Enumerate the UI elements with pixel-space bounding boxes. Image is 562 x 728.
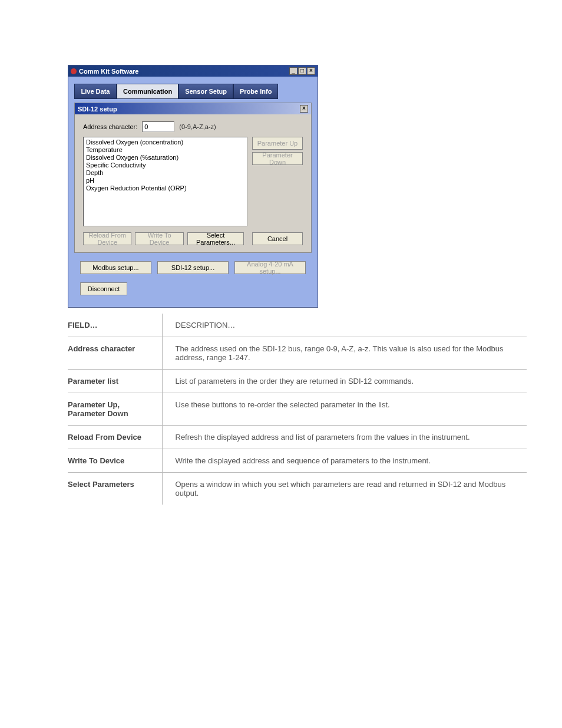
analog-setup-button[interactable]: Analog 4-20 mA setup... bbox=[234, 261, 306, 274]
list-item[interactable]: pH bbox=[86, 177, 244, 185]
address-input[interactable] bbox=[142, 121, 174, 132]
modbus-setup-button[interactable]: Modbus setup... bbox=[80, 261, 151, 274]
panel-header: SDI-12 setup × bbox=[75, 103, 311, 114]
list-item[interactable]: Dissolved Oxygen (%saturation) bbox=[86, 154, 244, 162]
parameter-list[interactable]: Dissolved Oxygen (concentration) Tempera… bbox=[83, 137, 247, 226]
app-icon bbox=[71, 68, 77, 74]
description-table: FIELD… DESCRIPTION… Address character Th… bbox=[68, 314, 527, 505]
close-icon[interactable]: × bbox=[307, 67, 315, 75]
term-cell: Write To Device bbox=[68, 449, 162, 473]
term-cell: Address character bbox=[68, 337, 162, 370]
disconnect-button[interactable]: Disconnect bbox=[80, 282, 127, 295]
term-cell: Parameter Up, Parameter Down bbox=[68, 393, 162, 426]
tab-communication[interactable]: Communication bbox=[117, 84, 178, 99]
tab-strip: Live Data Communication Sensor Setup Pro… bbox=[74, 84, 312, 99]
def-cell: Refresh the displayed address and list o… bbox=[162, 426, 527, 449]
table-row: Select Parameters Opens a window in whic… bbox=[68, 473, 527, 505]
table-row: FIELD… DESCRIPTION… bbox=[68, 314, 527, 337]
list-item[interactable]: Specific Conductivity bbox=[86, 162, 244, 169]
list-item[interactable]: Oxygen Reduction Potential (ORP) bbox=[86, 185, 244, 192]
app-window: Comm Kit Software _ □ × Live Data Commun… bbox=[68, 65, 318, 308]
tab-sensor-setup[interactable]: Sensor Setup bbox=[178, 84, 233, 99]
list-item[interactable]: Temperature bbox=[86, 146, 244, 154]
panel-title: SDI-12 setup bbox=[78, 106, 117, 113]
tab-probe-info[interactable]: Probe Info bbox=[233, 84, 278, 99]
term-cell: Parameter list bbox=[68, 370, 162, 393]
def-cell: Opens a window in which you set which pa… bbox=[162, 473, 527, 505]
address-hint: (0-9,A-Z,a-z) bbox=[179, 123, 216, 130]
panel-close-icon[interactable]: × bbox=[300, 105, 308, 113]
def-cell: Use these buttons to re-order the select… bbox=[162, 393, 527, 426]
parameter-up-button[interactable]: Parameter Up bbox=[252, 137, 303, 150]
sdi12-setup-button[interactable]: SDI-12 setup... bbox=[157, 261, 229, 274]
term-cell: Reload From Device bbox=[68, 426, 162, 449]
address-label: Address character: bbox=[83, 123, 137, 130]
term-cell: Select Parameters bbox=[68, 473, 162, 505]
window-title: Comm Kit Software bbox=[79, 68, 138, 75]
minimize-icon[interactable]: _ bbox=[289, 67, 297, 75]
table-row: Parameter Up, Parameter Down Use these b… bbox=[68, 393, 527, 426]
table-row: Write To Device Write the displayed addr… bbox=[68, 449, 527, 473]
write-button[interactable]: Write To Device bbox=[135, 232, 183, 245]
table-row: Parameter list List of parameters in the… bbox=[68, 370, 527, 393]
titlebar: Comm Kit Software _ □ × bbox=[68, 65, 318, 77]
reload-button[interactable]: Reload From Device bbox=[83, 232, 131, 245]
tab-live-data[interactable]: Live Data bbox=[74, 84, 117, 99]
term-cell: FIELD… bbox=[68, 314, 162, 337]
list-item[interactable]: Depth bbox=[86, 169, 244, 177]
maximize-icon[interactable]: □ bbox=[298, 67, 306, 75]
table-row: Address character The address used on th… bbox=[68, 337, 527, 370]
sdi12-panel: SDI-12 setup × Address character: (0-9,A… bbox=[74, 103, 312, 253]
cancel-button[interactable]: Cancel bbox=[252, 232, 303, 245]
def-cell: DESCRIPTION… bbox=[162, 314, 527, 337]
select-parameters-button[interactable]: Select Parameters... bbox=[187, 232, 244, 245]
def-cell: The address used on the SDI-12 bus, rang… bbox=[162, 337, 527, 370]
def-cell: Write the displayed address and sequence… bbox=[162, 449, 527, 473]
parameter-down-button[interactable]: Parameter Down bbox=[252, 152, 303, 165]
list-item[interactable]: Dissolved Oxygen (concentration) bbox=[86, 139, 244, 146]
def-cell: List of parameters in the order they are… bbox=[162, 370, 527, 393]
table-row: Reload From Device Refresh the displayed… bbox=[68, 426, 527, 449]
